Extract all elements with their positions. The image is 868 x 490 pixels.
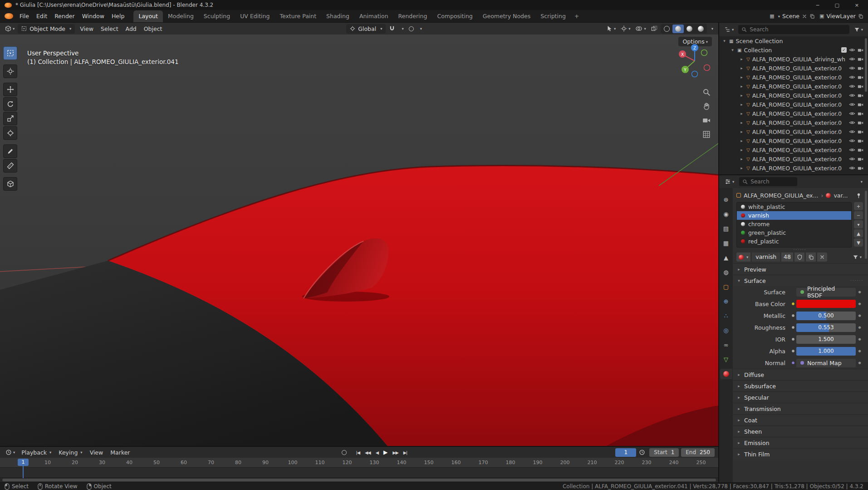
disclosure-icon[interactable]: ▸ [739,93,744,98]
metallic-field[interactable]: 0.500 [796,312,856,320]
disclosure-icon[interactable]: ▾ [722,39,727,43]
item-label[interactable]: ALFA_ROMEO_GIULIA_exterior.0 [752,147,847,153]
menu-file[interactable]: File [16,11,33,21]
outliner-row-object[interactable]: ▸▽ALFA_ROMEO_GIULIA_exterior.0 [719,127,868,136]
snap-toggle[interactable] [387,25,397,33]
jump-to-start-button[interactable]: |◀ [354,449,363,456]
timeline[interactable]: 1020304050607080901001101201301401501601… [0,458,718,482]
decorator-dot[interactable]: ● [856,349,863,353]
tool-annotate[interactable] [3,144,17,158]
pin-id-button[interactable] [854,192,863,199]
properties-tab-tool[interactable]: ⊛ [720,194,732,205]
decorator-dot[interactable]: ● [856,314,863,317]
disclosure-icon[interactable]: ▸ [739,66,744,70]
properties-tab-physics[interactable]: ◎ [720,325,732,336]
camera-visibility-toggle[interactable] [858,102,863,108]
properties-tab-view-layer[interactable]: ▦ [720,238,732,248]
item-label[interactable]: Collection [744,47,839,54]
camera-visibility-toggle[interactable] [858,111,863,117]
panel-diffuse[interactable]: ▸Diffuse [733,369,868,380]
camera-visibility-toggle[interactable] [858,129,863,135]
workspace-tab-modeling[interactable]: Modeling [163,10,199,22]
decorator-dot[interactable]: ● [856,337,863,341]
camera-visibility-toggle[interactable] [858,84,863,89]
view-layer-name[interactable]: ViewLayer [826,13,856,20]
play-reverse-button[interactable]: ◀ [373,449,381,456]
gizmo-x-negative[interactable] [704,65,710,71]
item-label[interactable]: ALFA_ROMEO_GIULIA_exterior.0 [752,138,847,144]
outliner-row-object[interactable]: ▸▽ALFA_ROMEO_GIULIA_exterior.0 [719,100,868,109]
base-color-field[interactable] [796,300,856,308]
view-layer-selector[interactable]: ▣ ViewLayer [819,13,863,20]
panel-surface[interactable]: ▾ Surface ······ [733,275,868,286]
properties-tab-material[interactable] [720,369,732,379]
toggle-projection-icon[interactable] [702,130,711,139]
selectability-dropdown[interactable]: ▾ [604,25,618,33]
outliner-row-object[interactable]: ▸▽ALFA_ROMEO_GIULIA_exterior.0 [719,64,868,73]
item-label[interactable]: ALFA_ROMEO_GIULIA_exterior.0 [752,129,847,135]
breadcrumb-material[interactable]: var... [834,192,848,199]
item-label[interactable]: ALFA_ROMEO_GIULIA_exterior.0 [752,110,847,117]
menu-render[interactable]: Render [51,11,78,21]
breadcrumb-object[interactable]: ALFA_ROMEO_GIULIA_ex... [744,192,818,199]
hide-eye-toggle[interactable] [849,92,855,99]
normal-field[interactable]: Normal Map [796,359,856,367]
roughness-field[interactable]: 0.553 [796,323,856,332]
current-frame-field[interactable]: 1 [615,448,636,457]
properties-tab-particles[interactable]: ∴ [720,311,732,321]
panel-preview[interactable]: ▸ Preview [733,263,868,275]
properties-tab-output[interactable]: ▤ [720,223,732,234]
workspace-tab-texture-paint[interactable]: Texture Paint [275,10,321,22]
outliner-row-collection[interactable]: ▾▣Collection✓ [719,45,868,54]
pan-icon[interactable] [702,102,711,111]
tool-move[interactable] [3,83,17,96]
decorator-dot[interactable]: ● [856,290,863,294]
properties-tab-constraints[interactable]: ∞ [720,340,732,350]
item-label[interactable]: ALFA_ROMEO_GIULIA_exterior.0 [752,65,847,72]
gizmos-dropdown[interactable]: ▾ [619,25,632,33]
ior-field[interactable]: 1.500 [796,335,856,344]
slot-move-up-button[interactable]: ▲ [854,229,863,238]
disclosure-icon[interactable]: ▸ [739,57,744,61]
shading-dropdown[interactable]: ▾ [708,25,715,32]
workspace-tab-uv-editing[interactable]: UV Editing [235,10,275,22]
shading-rendered-button[interactable] [695,25,706,33]
item-label[interactable]: ALFA_ROMEO_GIULIA_exterior.0 [752,165,847,172]
hide-eye-toggle[interactable] [849,138,855,144]
disclosure-icon[interactable]: ▸ [739,129,744,134]
workspace-tab-compositing[interactable]: Compositing [432,10,477,22]
menu-edit[interactable]: Edit [33,11,51,21]
outliner-display-mode[interactable]: ▾ [722,25,736,34]
outliner-search[interactable]: Search [738,25,849,34]
shading-solid-button[interactable] [672,25,684,33]
slot-move-down-button[interactable]: ▼ [854,238,863,247]
shading-material-button[interactable] [684,25,695,33]
camera-visibility-toggle[interactable] [858,74,863,80]
disclosure-icon[interactable]: ▾ [730,48,735,52]
snap-settings-dropdown[interactable]: ▾ [398,25,405,32]
outliner-row-object[interactable]: ▸▽ALFA_ROMEO_GIULIA_exterior.0 [719,145,868,154]
camera-visibility-toggle[interactable] [858,47,863,53]
camera-visibility-toggle[interactable] [858,93,863,99]
jump-to-end-button[interactable]: ▶| [401,449,410,456]
workspace-tab-scripting[interactable]: Scripting [535,10,571,22]
close-button[interactable]: × [855,2,859,8]
camera-visibility-toggle[interactable] [858,156,863,162]
workspace-tab-animation[interactable]: Animation [354,10,393,22]
viewport-menu-object[interactable]: Object [140,24,166,34]
unlink-scene-icon[interactable] [802,14,807,19]
tool-select-box[interactable] [3,46,17,60]
outliner-row-object[interactable]: ▸▽ALFA_ROMEO_GIULIA_exterior.0 [719,73,868,82]
panel-sheen[interactable]: ▸Sheen [733,426,868,437]
new-material-button[interactable] [806,252,816,262]
camera-visibility-toggle[interactable] [858,56,863,62]
hide-eye-toggle[interactable] [849,147,855,153]
menu-window[interactable]: Window [78,11,108,21]
hide-eye-toggle[interactable] [849,156,855,162]
viewport-menu-view[interactable]: View [76,24,97,34]
outliner-row-object[interactable]: ▸▽ALFA_ROMEO_GIULIA_exterior.0 [719,109,868,118]
material-slot-varnish[interactable]: varnish [737,211,851,220]
properties-tab-render[interactable]: ◉ [720,209,732,219]
frame-end-field[interactable]: End250 [681,448,715,457]
panel-specular[interactable]: ▸Specular [733,391,868,403]
